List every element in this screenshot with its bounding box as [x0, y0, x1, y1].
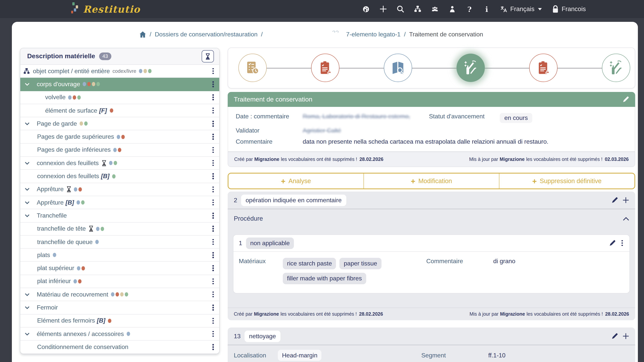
analyse-button[interactable]: +Analyse	[228, 173, 364, 189]
chevron-down-icon[interactable]	[24, 160, 30, 166]
workflow-step-1-checklist-clock-icon[interactable]	[238, 54, 267, 82]
chevron-down-icon[interactable]	[24, 291, 30, 297]
date-comment-label: Date : commentaire	[236, 113, 303, 120]
user-menu[interactable]: Francois	[552, 5, 586, 13]
tree-item[interactable]: plats	[20, 249, 219, 262]
tree-item[interactable]: volvelle	[20, 91, 219, 104]
kebab-menu-icon[interactable]	[210, 107, 216, 114]
tree-item[interactable]: objet complet / entité entièrecodex/livr…	[20, 65, 219, 78]
item-comment-value: di grano	[493, 258, 624, 265]
chevron-down-icon[interactable]	[24, 200, 30, 205]
person-icon[interactable]	[449, 5, 456, 13]
modification-button[interactable]: +Modification	[364, 173, 499, 189]
kebab-menu-icon[interactable]	[210, 343, 216, 351]
kebab-menu-icon[interactable]	[210, 186, 216, 193]
workflow-step-6-conservation-tools-icon[interactable]	[602, 54, 630, 82]
tree-item[interactable]: Page de garde	[20, 117, 219, 130]
tree-item[interactable]: Conditionnement de conservation	[20, 340, 219, 354]
tree-item[interactable]: corps d'ouvrage	[20, 78, 219, 91]
help-icon[interactable]: ?	[466, 5, 473, 13]
add-plus-icon[interactable]	[622, 197, 629, 204]
status-dot-green	[84, 122, 88, 126]
kebab-menu-icon[interactable]	[210, 330, 216, 338]
kebab-menu-icon[interactable]	[210, 317, 216, 325]
breadcrumb-redacted-item[interactable]: 22	[266, 31, 343, 38]
edit-pencil-icon[interactable]	[612, 197, 618, 204]
kebab-menu-icon[interactable]	[210, 225, 216, 233]
workflow-step-4-conservation-tools-icon[interactable]	[456, 54, 485, 82]
tree-item[interactable]: éléments annexes / accessoires	[20, 327, 219, 341]
status-dots	[108, 319, 112, 323]
workflow-step-5-clipboard-alert-icon[interactable]	[529, 54, 558, 82]
kebab-menu-icon[interactable]	[210, 238, 216, 246]
kebab-menu-icon[interactable]	[210, 93, 216, 101]
home-icon[interactable]	[139, 31, 146, 38]
chevron-down-icon[interactable]	[24, 81, 30, 87]
status-dot-red	[82, 266, 85, 270]
status-dots	[96, 227, 104, 231]
edit-pencil-icon[interactable]	[612, 333, 618, 339]
chevron-down-icon[interactable]	[24, 187, 30, 192]
kebab-menu-icon[interactable]	[210, 251, 216, 259]
tree-item-suffix: [B]	[66, 199, 74, 206]
tree-item[interactable]: Matériau de recouvrement	[20, 288, 219, 301]
chevron-down-icon[interactable]	[24, 121, 30, 127]
edit-pencil-icon[interactable]	[609, 240, 616, 246]
tree-item[interactable]: connexion des feuillets[B]	[20, 170, 219, 183]
kebab-menu-icon[interactable]	[210, 291, 216, 298]
workflow-step-3-book-magnifier-icon[interactable]	[384, 54, 412, 82]
kebab-menu-icon[interactable]	[210, 67, 216, 75]
suppression-d-finitive-button[interactable]: +Suppression définitive	[499, 173, 634, 189]
tree-item[interactable]: Elément des fermoirs[B]	[20, 314, 219, 327]
workflow-step-2-clipboard-alert-icon[interactable]	[311, 54, 340, 82]
edit-pencil-icon[interactable]	[622, 96, 629, 103]
item-comment-label: Commentaire	[426, 258, 493, 265]
material-chip: filler made with paper fibres	[283, 273, 366, 284]
tree-item[interactable]: Pages de garde inférieures	[20, 144, 219, 157]
tree-item[interactable]: tranchefile de queue	[20, 236, 219, 249]
kebab-menu-icon[interactable]	[210, 278, 216, 285]
tree-item[interactable]: élément de surface[F]	[20, 104, 219, 117]
kebab-menu-icon[interactable]	[210, 199, 216, 206]
kebab-menu-icon[interactable]	[210, 146, 216, 154]
tree-item[interactable]: Tranchefile	[20, 209, 219, 223]
hourglass-filter-button[interactable]	[202, 50, 214, 62]
add-plus-icon[interactable]	[622, 333, 629, 339]
app-logo[interactable]: Restitutio	[76, 1, 140, 18]
tree-item[interactable]: tranchefile de tête	[20, 222, 219, 236]
tree-item[interactable]: plat inférieur	[20, 275, 219, 288]
tree-item[interactable]: plat supérieur	[20, 262, 219, 275]
tree-item[interactable]: Apprêture	[20, 183, 219, 196]
chevron-down-icon[interactable]	[24, 305, 30, 310]
tree-item[interactable]: Pages de garde supérieures	[20, 130, 219, 144]
breadcrumb-link-element[interactable]: 7-elemento legato-1	[346, 31, 401, 38]
breadcrumb-link-dossiers[interactable]: Dossiers de conservation/restauration	[155, 31, 258, 38]
search-icon[interactable]	[397, 5, 404, 13]
plus-icon[interactable]	[380, 5, 387, 13]
date-comment-value: Roma, Laboratorio di Restauro esterno,	[303, 113, 429, 120]
kebab-menu-icon[interactable]	[210, 304, 216, 311]
kebab-menu-icon[interactable]	[620, 239, 624, 247]
info-icon[interactable]: i	[483, 5, 490, 13]
language-selector[interactable]: Français	[500, 5, 542, 13]
kebab-menu-icon[interactable]	[210, 172, 216, 180]
kebab-menu-icon[interactable]	[210, 264, 216, 272]
procedure-label: Procédure	[234, 215, 263, 222]
tree-item[interactable]: Fermoir	[20, 301, 219, 314]
tree-item[interactable]: Apprêture[B]	[20, 196, 219, 209]
sitemap-icon[interactable]	[414, 5, 422, 13]
kebab-menu-icon[interactable]	[210, 80, 216, 88]
chevron-down-icon[interactable]	[24, 331, 30, 337]
status-dot-red	[79, 187, 82, 192]
kebab-menu-icon[interactable]	[210, 120, 216, 128]
operation-tag: nettoyage	[244, 330, 281, 342]
kebab-menu-icon[interactable]	[210, 212, 216, 220]
chevron-down-icon[interactable]	[24, 213, 30, 219]
kebab-menu-icon[interactable]	[210, 133, 216, 141]
collapse-chevron-up-icon[interactable]	[623, 215, 629, 222]
kebab-menu-icon[interactable]	[210, 159, 216, 167]
bug-icon[interactable]	[362, 5, 370, 13]
tree-item[interactable]: connexion des feuillets	[20, 157, 219, 170]
tree-item-label: connexion des feuillets	[37, 173, 99, 180]
group-icon[interactable]	[432, 5, 439, 13]
